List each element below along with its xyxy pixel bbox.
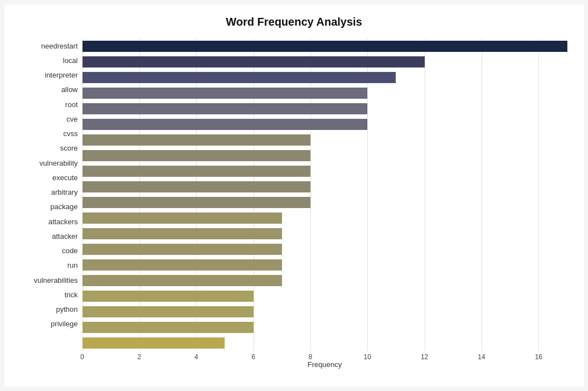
bar bbox=[82, 337, 225, 349]
chart-title: Word Frequency Analysis bbox=[21, 16, 567, 28]
x-tick: 16 bbox=[535, 353, 542, 361]
y-label: allow bbox=[61, 83, 78, 97]
bar bbox=[82, 88, 368, 99]
bar bbox=[82, 150, 310, 161]
y-label: python bbox=[56, 302, 77, 317]
y-label: run bbox=[67, 258, 78, 273]
x-tick: 10 bbox=[364, 353, 371, 361]
y-label: interpreter bbox=[45, 68, 77, 83]
x-tick: 12 bbox=[421, 353, 428, 361]
chart-container: Word Frequency Analysis needrestartlocal… bbox=[4, 4, 584, 387]
x-tick: 8 bbox=[309, 353, 313, 361]
bar-row bbox=[82, 304, 567, 320]
bar bbox=[82, 56, 425, 67]
y-label: cvss bbox=[64, 127, 78, 141]
bar-row bbox=[82, 70, 567, 85]
bar-row bbox=[82, 101, 567, 117]
bar bbox=[82, 228, 282, 239]
x-tick: 6 bbox=[251, 353, 255, 361]
bar bbox=[82, 166, 310, 177]
bar bbox=[82, 119, 368, 130]
bar-row bbox=[82, 38, 567, 54]
bar-row bbox=[82, 195, 567, 210]
bar-row bbox=[82, 163, 567, 179]
y-label: local bbox=[63, 53, 78, 67]
bar-row bbox=[82, 335, 567, 351]
bar-row bbox=[82, 210, 567, 226]
bars-and-x: Frequency 0246810121416 bbox=[82, 38, 567, 348]
y-label: cve bbox=[66, 112, 77, 126]
y-label: trick bbox=[65, 287, 78, 302]
bar-row bbox=[82, 320, 567, 335]
bar-row bbox=[82, 288, 567, 304]
bar-row bbox=[82, 242, 567, 257]
x-axis: Frequency 0246810121416 bbox=[82, 351, 567, 353]
y-label: attacker bbox=[52, 229, 77, 243]
bar bbox=[82, 244, 282, 255]
bar bbox=[82, 213, 282, 224]
y-label: code bbox=[62, 244, 77, 258]
bar bbox=[82, 322, 254, 333]
x-tick: 0 bbox=[80, 353, 84, 361]
bar-row bbox=[82, 132, 567, 148]
bar-row bbox=[82, 85, 567, 101]
bar-row bbox=[82, 117, 567, 132]
x-tick: 14 bbox=[478, 353, 485, 361]
x-axis-label: Frequency bbox=[308, 360, 342, 369]
bar bbox=[82, 275, 282, 286]
bar bbox=[82, 181, 310, 192]
bar bbox=[82, 306, 254, 317]
y-label: execute bbox=[52, 170, 78, 185]
bar bbox=[82, 134, 310, 146]
bar-row bbox=[82, 179, 567, 195]
bars-area bbox=[82, 38, 567, 351]
bar-row bbox=[82, 148, 567, 163]
y-label: package bbox=[50, 200, 77, 214]
bar bbox=[82, 291, 254, 302]
chart-area: needrestartlocalinterpreterallowrootcvec… bbox=[21, 38, 567, 348]
bar bbox=[82, 72, 396, 83]
bar bbox=[82, 41, 567, 52]
y-label: vulnerabilities bbox=[34, 273, 78, 287]
bar bbox=[82, 259, 282, 271]
x-tick: 2 bbox=[138, 353, 142, 361]
bar-row bbox=[82, 54, 567, 70]
y-label: score bbox=[60, 141, 78, 156]
y-label: needrestart bbox=[41, 38, 78, 53]
y-label: vulnerability bbox=[40, 156, 78, 170]
bar-row bbox=[82, 273, 567, 288]
y-label: arbitrary bbox=[51, 185, 78, 200]
y-label: privilege bbox=[51, 317, 77, 331]
bar-row bbox=[82, 257, 567, 273]
y-label: attackers bbox=[48, 214, 78, 229]
bar-row bbox=[82, 226, 567, 242]
y-label: root bbox=[65, 97, 77, 112]
bar bbox=[82, 103, 368, 114]
y-axis: needrestartlocalinterpreterallowrootcvec… bbox=[21, 38, 82, 348]
x-tick: 4 bbox=[195, 353, 198, 361]
bar bbox=[82, 197, 310, 208]
